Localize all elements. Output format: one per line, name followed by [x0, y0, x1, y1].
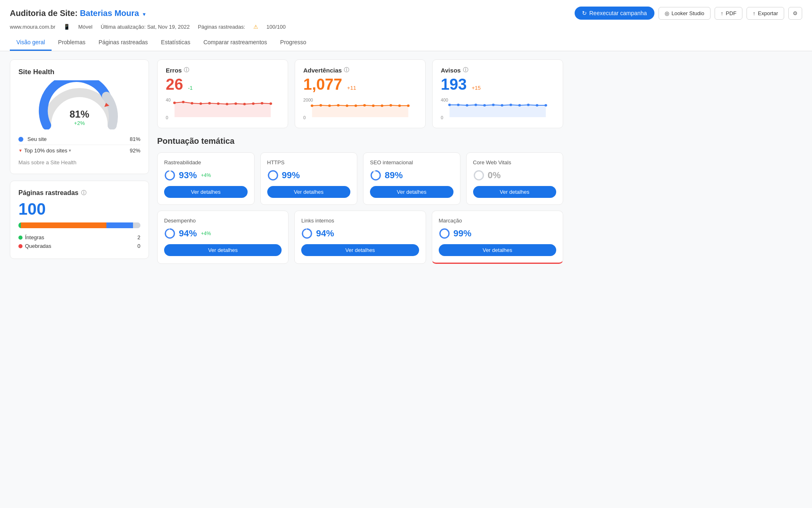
svg-point-43 [527, 104, 530, 106]
svg-point-54 [165, 229, 174, 238]
pages-label: Páginas rastreadas: [198, 24, 245, 30]
erros-info-icon[interactable]: ⓘ [184, 66, 189, 74]
legend-top10: ▼ Top 10% dos sites ▾ 92% [18, 145, 140, 156]
pdf-button[interactable]: ↑ PDF [715, 7, 743, 20]
site-name: Baterias Moura [80, 9, 139, 18]
thematic-scores-section: Pontuação temática Rastreabilidade 93% +… [157, 136, 563, 264]
score-https: HTTPS 99% Ver detalhes [260, 152, 358, 205]
tab-comparar-rastreamentos[interactable]: Comparar rastreamentos [197, 35, 274, 51]
svg-point-37 [474, 104, 477, 106]
chevron-down-icon[interactable]: ▾ [69, 148, 71, 153]
progress-orange [21, 222, 106, 228]
advertencias-delta: +11 [347, 85, 356, 91]
advertencias-chart: 2000 0 [303, 97, 417, 121]
svg-point-24 [354, 104, 357, 107]
score-desempenho: Desempenho 94% +4% Ver detalhes [157, 211, 289, 264]
svg-point-8 [208, 102, 211, 104]
tab-problemas[interactable]: Problemas [52, 35, 92, 51]
green-dot-integras [18, 236, 23, 240]
rastreabilidade-change: +4% [201, 172, 211, 178]
svg-point-36 [466, 104, 468, 107]
cwv-details-button[interactable]: Ver detalhes [473, 186, 557, 198]
quebradas-label: Quebradas [25, 243, 51, 249]
info-icon[interactable]: ⓘ [81, 189, 86, 197]
svg-point-42 [518, 104, 521, 107]
pdf-icon: ↑ [721, 10, 724, 16]
tab-estatisticas[interactable]: Estatísticas [154, 35, 197, 51]
svg-point-26 [372, 104, 374, 107]
looker-label: Looker Studio [672, 10, 704, 16]
settings-button[interactable]: ⚙ [788, 7, 802, 20]
rastreabilidade-value: 93% [179, 170, 197, 181]
cwv-circle [473, 170, 485, 181]
avisos-chart: 400 0 [441, 97, 555, 121]
avisos-info-icon[interactable]: ⓘ [463, 66, 468, 74]
svg-point-56 [302, 229, 311, 238]
advertencias-info-icon[interactable]: ⓘ [344, 66, 349, 74]
legend-seu-site: Seu site 81% [18, 134, 140, 145]
rastreabilidade-circle [164, 170, 176, 181]
svg-point-23 [346, 104, 348, 107]
svg-point-20 [320, 104, 322, 107]
progress-gray [133, 222, 140, 228]
export-button[interactable]: ↑ Exportar [747, 7, 784, 20]
svg-point-49 [268, 171, 277, 180]
links-details-button[interactable]: Ver detalhes [301, 244, 419, 256]
nav-tabs: Visão geral Problemas Páginas rastreadas… [10, 35, 802, 51]
advertencias-title: Advertências ⓘ [303, 66, 417, 74]
export-label: Exportar [758, 10, 778, 16]
tab-paginas-rastreadas[interactable]: Páginas rastreadas [92, 35, 155, 51]
tab-visao-geral[interactable]: Visão geral [10, 35, 52, 51]
desempenho-score-row: 94% +4% [164, 228, 282, 239]
svg-point-22 [337, 104, 339, 107]
svg-point-29 [398, 104, 401, 107]
svg-point-51 [371, 171, 380, 180]
rastreabilidade-details-button[interactable]: Ver detalhes [164, 186, 248, 198]
site-health-card: Site Health 81% +2% [10, 59, 149, 174]
gear-icon: ⚙ [793, 10, 798, 16]
seo-score-row: 89% [370, 170, 453, 181]
seo-details-button[interactable]: Ver detalhes [370, 186, 453, 198]
svg-point-25 [363, 104, 365, 107]
svg-marker-33 [449, 105, 546, 117]
https-details-button[interactable]: Ver detalhes [267, 186, 351, 198]
metric-avisos: Avisos ⓘ 193 +15 400 0 [432, 59, 563, 128]
marcacao-value: 99% [453, 228, 471, 239]
https-title: HTTPS [267, 159, 351, 166]
score-grid-row1: Rastreabilidade 93% +4% Ver detalhes [157, 152, 563, 205]
erros-delta: -1 [188, 85, 193, 91]
advertencias-value: 1,077 [303, 76, 342, 93]
site-name-chevron[interactable] [143, 11, 145, 17]
marcacao-details-button[interactable]: Ver detalhes [439, 244, 556, 256]
crawled-count: 100 [18, 200, 140, 218]
svg-point-6 [191, 102, 193, 104]
score-rastreabilidade: Rastreabilidade 93% +4% Ver detalhes [157, 152, 255, 205]
header-actions: ↻ Reexecutar campanha ◎ Looker Studio ↑ … [575, 7, 802, 20]
svg-point-35 [457, 104, 460, 106]
top10-value: 92% [130, 147, 140, 154]
cwv-score-row: 0% [473, 170, 557, 181]
svg-point-28 [390, 104, 392, 107]
device-icon: 📱 [63, 24, 70, 30]
tab-progresso[interactable]: Progresso [274, 35, 313, 51]
desempenho-details-button[interactable]: Ver detalhes [164, 244, 282, 256]
https-score-row: 99% [267, 170, 351, 181]
erros-value: 26 [166, 76, 183, 93]
svg-point-45 [544, 104, 547, 107]
svg-point-13 [252, 102, 255, 105]
metrics-row: Erros ⓘ 26 -1 40 0 [157, 59, 563, 128]
svg-point-58 [440, 229, 449, 238]
rastreabilidade-score-row: 93% +4% [164, 170, 248, 181]
integras-value: 2 [138, 234, 140, 240]
svg-point-38 [483, 104, 486, 107]
links-internos-title: Links internos [301, 218, 419, 224]
more-site-health-link[interactable]: Mais sobre a Site Health [18, 159, 140, 166]
svg-text:0: 0 [166, 116, 168, 120]
looker-studio-button[interactable]: ◎ Looker Studio [659, 7, 710, 20]
legend-quebradas: Quebradas 0 [18, 242, 140, 250]
red-dot-quebradas [18, 244, 23, 248]
score-links-internos: Links internos 94% Ver detalhes [294, 211, 426, 264]
desempenho-circle [164, 228, 176, 239]
rerun-button[interactable]: ↻ Reexecutar campanha [575, 7, 654, 20]
blue-dot [18, 137, 23, 142]
